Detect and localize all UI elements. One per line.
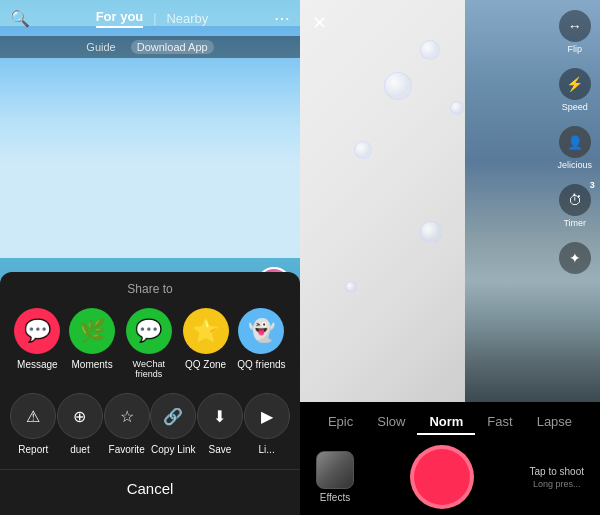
guide-bar: Guide Download App bbox=[0, 36, 300, 58]
beauty-tool[interactable]: 👤 Jelicious bbox=[557, 126, 592, 170]
share-live[interactable]: ▶ Li... bbox=[244, 393, 290, 455]
copy-link-icon: 🔗 bbox=[150, 393, 196, 439]
share-copy-link[interactable]: 🔗 Copy Link bbox=[150, 393, 196, 455]
nav-tabs: For you | Nearby bbox=[96, 9, 209, 28]
record-button[interactable] bbox=[410, 445, 474, 509]
duet-label: duet bbox=[70, 444, 89, 455]
left-panel: 🔍 For you | Nearby ⋯ Guide Download App … bbox=[0, 0, 300, 515]
share-duet[interactable]: ⊕ duet bbox=[57, 393, 103, 455]
top-nav: 🔍 For you | Nearby ⋯ bbox=[0, 0, 300, 36]
live-icon: ▶ bbox=[244, 393, 290, 439]
tab-divider: | bbox=[153, 11, 156, 25]
beauty-label: Jelicious bbox=[557, 160, 592, 170]
live-label: Li... bbox=[259, 444, 275, 455]
qqfriend-icon: 👻 bbox=[238, 308, 284, 354]
wechat-icon: 💬 bbox=[126, 308, 172, 354]
timer-icon: ⏱ 3 bbox=[559, 184, 591, 216]
tab-nearby[interactable]: Nearby bbox=[166, 11, 208, 26]
report-label: Report bbox=[18, 444, 48, 455]
more-icon[interactable]: ⋯ bbox=[274, 9, 290, 28]
share-row-2: ⚠ Report ⊕ duet ☆ Favorite 🔗 Copy Link ⬇… bbox=[0, 393, 300, 455]
favorite-label: Favorite bbox=[109, 444, 145, 455]
share-sheet: Share to 💬 Message 🌿 Moments 💬 WeChat fr… bbox=[0, 272, 300, 515]
camera-preview: ✕ ↔ Flip ⚡ Speed 👤 Jelicious ⏱ 3 bbox=[300, 0, 600, 402]
guide-text: Guide bbox=[86, 41, 115, 53]
shoot-hint: Tap to shoot Long pres... bbox=[530, 466, 584, 489]
moments-icon: 🌿 bbox=[69, 308, 115, 354]
qqzone-icon: ⭐ bbox=[183, 308, 229, 354]
effects-label: Effects bbox=[320, 492, 350, 503]
right-panel: ✕ ↔ Flip ⚡ Speed 👤 Jelicious ⏱ 3 bbox=[300, 0, 600, 515]
flip-tool[interactable]: ↔ Flip bbox=[559, 10, 591, 54]
tab-lapse[interactable]: Lapse bbox=[525, 410, 584, 435]
timer-label: Timer bbox=[563, 218, 586, 228]
tab-epic[interactable]: Epic bbox=[316, 410, 365, 435]
share-row-1: 💬 Message 🌿 Moments 💬 WeChat friends ⭐ Q… bbox=[0, 308, 300, 379]
filter-icon: ✦ bbox=[559, 242, 591, 274]
camera-tools: ↔ Flip ⚡ Speed 👤 Jelicious ⏱ 3 Timer bbox=[557, 10, 592, 274]
share-title: Share to bbox=[0, 282, 300, 296]
close-button[interactable]: ✕ bbox=[312, 12, 327, 34]
download-app-button[interactable]: Download App bbox=[131, 40, 214, 54]
timer-tool[interactable]: ⏱ 3 Timer bbox=[559, 184, 591, 228]
tap-to-shoot-label: Tap to shoot bbox=[530, 466, 584, 477]
tab-for-you[interactable]: For you bbox=[96, 9, 144, 28]
duet-icon: ⊕ bbox=[57, 393, 103, 439]
long-press-label: Long pres... bbox=[533, 479, 581, 489]
copy-link-label: Copy Link bbox=[151, 444, 195, 455]
bubble-overlay bbox=[300, 0, 600, 402]
share-favorite[interactable]: ☆ Favorite bbox=[104, 393, 150, 455]
share-moments[interactable]: 🌿 Moments bbox=[69, 308, 115, 379]
flip-icon: ↔ bbox=[559, 10, 591, 42]
filter-tool[interactable]: ✦ bbox=[559, 242, 591, 274]
message-label: Message bbox=[17, 359, 58, 370]
wechat-label: WeChat friends bbox=[124, 359, 174, 379]
speed-icon: ⚡ bbox=[559, 68, 591, 100]
tab-norm[interactable]: Norm bbox=[417, 410, 475, 435]
cancel-button[interactable]: Cancel bbox=[0, 469, 300, 507]
speed-label: Speed bbox=[562, 102, 588, 112]
share-qqzone[interactable]: ⭐ QQ Zone bbox=[183, 308, 229, 379]
qqzone-label: QQ Zone bbox=[185, 359, 226, 370]
speed-tabs: Epic Slow Norm Fast Lapse bbox=[300, 410, 600, 435]
effects-thumbnail bbox=[316, 451, 354, 489]
effects-button[interactable]: Effects bbox=[316, 451, 354, 503]
favorite-icon: ☆ bbox=[104, 393, 150, 439]
save-label: Save bbox=[209, 444, 232, 455]
clouds bbox=[0, 26, 300, 258]
tab-fast[interactable]: Fast bbox=[475, 410, 524, 435]
tab-slow[interactable]: Slow bbox=[365, 410, 417, 435]
report-icon: ⚠ bbox=[10, 393, 56, 439]
message-icon: 💬 bbox=[14, 308, 60, 354]
flip-label: Flip bbox=[567, 44, 582, 54]
share-wechat[interactable]: 💬 WeChat friends bbox=[124, 308, 174, 379]
save-icon: ⬇ bbox=[197, 393, 243, 439]
bottom-controls: Epic Slow Norm Fast Lapse Effects Tap to… bbox=[300, 402, 600, 515]
share-message[interactable]: 💬 Message bbox=[14, 308, 60, 379]
share-report[interactable]: ⚠ Report bbox=[10, 393, 56, 455]
timer-badge: 3 bbox=[590, 180, 595, 190]
moments-label: Moments bbox=[72, 359, 113, 370]
record-row: Effects Tap to shoot Long pres... bbox=[300, 445, 600, 509]
search-icon[interactable]: 🔍 bbox=[10, 9, 30, 28]
qqfriend-label: QQ friends bbox=[237, 359, 285, 370]
share-save[interactable]: ⬇ Save bbox=[197, 393, 243, 455]
beauty-icon: 👤 bbox=[559, 126, 591, 158]
share-qqfriends[interactable]: 👻 QQ friends bbox=[237, 308, 285, 379]
speed-tool[interactable]: ⚡ Speed bbox=[559, 68, 591, 112]
